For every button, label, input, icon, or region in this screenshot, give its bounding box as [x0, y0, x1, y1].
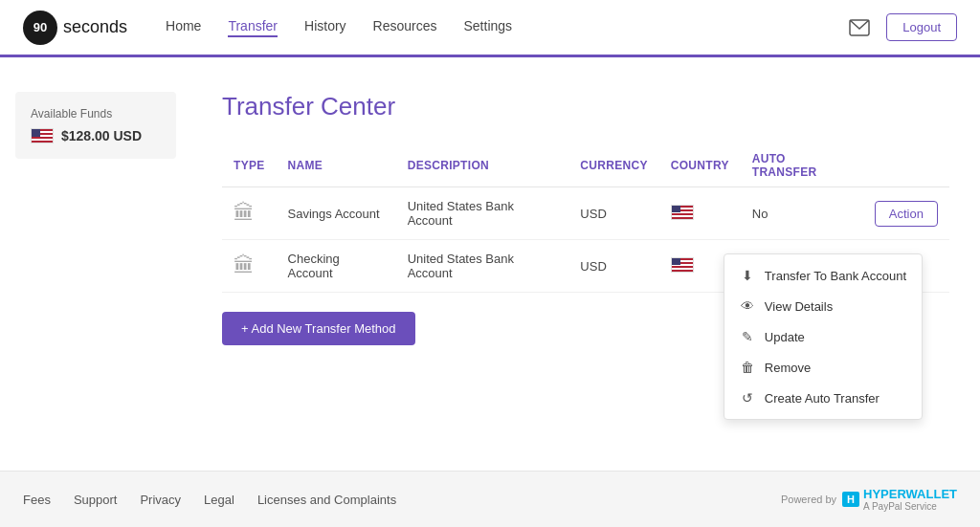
row1-type: 🏛	[222, 187, 277, 240]
logout-button[interactable]: Logout	[886, 13, 957, 41]
dropdown-transfer-label: Transfer To Bank Account	[765, 269, 906, 283]
dropdown-view-label: View Details	[765, 299, 833, 314]
nav-home[interactable]: Home	[166, 18, 201, 37]
hw-sub-brand: A PayPal Service	[863, 501, 957, 512]
us-flag-row2	[671, 257, 694, 273]
dropdown-item-remove[interactable]: 🗑 Remove	[724, 352, 922, 383]
footer-privacy[interactable]: Privacy	[140, 493, 181, 507]
trash-icon: 🗑	[740, 360, 755, 375]
dropdown-item-update[interactable]: ✎ Update	[724, 321, 922, 352]
nav-resources[interactable]: Resources	[373, 18, 437, 37]
edit-icon: ✎	[740, 329, 755, 344]
dropdown-update-label: Update	[765, 330, 805, 344]
transfer-center: Transfer Center Type Name Description Cu…	[191, 77, 980, 451]
main-nav: Home Transfer History Resources Settings	[166, 18, 848, 37]
col-auto-transfer: Auto Transfer	[741, 144, 863, 187]
hyperwallet-logo: H HYPERWALLET A PayPal Service	[842, 487, 957, 512]
balance-amount: $128.00 USD	[61, 128, 142, 143]
dropdown-auto-label: Create Auto Transfer	[765, 391, 880, 406]
col-country: Country	[659, 144, 741, 187]
transfer-icon: ⬇	[740, 268, 755, 283]
nav-settings[interactable]: Settings	[464, 18, 513, 37]
funds-card: Available Funds $128.00 USD	[15, 92, 176, 159]
hw-brand: HYPERWALLET	[863, 487, 957, 501]
nav-transfer[interactable]: Transfer	[228, 18, 278, 37]
eye-icon: 👁	[740, 298, 755, 314]
bank-icon-2: 🏛	[234, 253, 255, 277]
col-action	[863, 144, 949, 187]
dropdown-item-view[interactable]: 👁 View Details	[724, 291, 922, 321]
row1-auto-transfer: No	[741, 187, 863, 240]
hw-box-icon: H	[842, 492, 859, 507]
action-button-row1[interactable]: Action	[875, 201, 938, 227]
action-dropdown-menu: ⬇ Transfer To Bank Account 👁 View Detail…	[724, 253, 923, 420]
footer-links: Fees Support Privacy Legal Licenses and …	[23, 493, 396, 507]
footer-support[interactable]: Support	[74, 493, 118, 507]
dropdown-item-transfer[interactable]: ⬇ Transfer To Bank Account	[724, 260, 922, 291]
powered-by-text: Powered by	[781, 494, 836, 505]
dropdown-item-auto[interactable]: ↺ Create Auto Transfer	[724, 383, 922, 413]
table-row: 🏛 Savings Account United States Bank Acc…	[222, 187, 949, 240]
balance-display: $128.00 USD	[31, 128, 161, 143]
footer-legal[interactable]: Legal	[204, 493, 234, 507]
col-currency: Currency	[568, 144, 658, 187]
row2-description: United States Bank Account	[396, 240, 569, 293]
table-header-row: Type Name Description Currency Country A…	[222, 144, 949, 187]
mail-icon[interactable]	[848, 16, 871, 39]
app-name: seconds	[63, 17, 127, 37]
dropdown-remove-label: Remove	[765, 361, 811, 375]
row1-description: United States Bank Account	[396, 187, 569, 240]
add-transfer-method-button[interactable]: + Add New Transfer Method	[222, 312, 415, 345]
available-funds-label: Available Funds	[31, 107, 161, 121]
row2-name: Checking Account	[277, 240, 396, 293]
row1-action: Action	[863, 187, 949, 240]
sidebar: Available Funds $128.00 USD	[0, 77, 191, 451]
bank-icon: 🏛	[234, 201, 255, 225]
logo-icon: 90	[23, 11, 57, 45]
us-flag-icon	[31, 128, 54, 143]
logo[interactable]: 90 seconds	[23, 11, 127, 45]
header: 90 seconds Home Transfer History Resourc…	[0, 0, 980, 57]
header-actions: Logout	[848, 13, 957, 41]
nav-history[interactable]: History	[304, 18, 346, 37]
row1-country	[659, 187, 741, 240]
col-name: Name	[277, 144, 396, 187]
row1-currency: USD	[568, 187, 658, 240]
row1-name: Savings Account	[277, 187, 396, 240]
row2-type: 🏛	[222, 240, 277, 293]
page-title: Transfer Center	[222, 92, 949, 121]
footer: Fees Support Privacy Legal Licenses and …	[0, 471, 980, 527]
row2-currency: USD	[568, 240, 658, 293]
main-content: Available Funds $128.00 USD Transfer Cen…	[0, 57, 980, 471]
powered-by: Powered by H HYPERWALLET A PayPal Servic…	[781, 487, 957, 512]
col-type: Type	[222, 144, 277, 187]
refresh-icon: ↺	[740, 390, 755, 406]
footer-fees[interactable]: Fees	[23, 493, 51, 507]
us-flag-row1	[671, 205, 694, 220]
footer-licenses[interactable]: Licenses and Complaints	[257, 493, 396, 507]
col-description: Description	[396, 144, 569, 187]
